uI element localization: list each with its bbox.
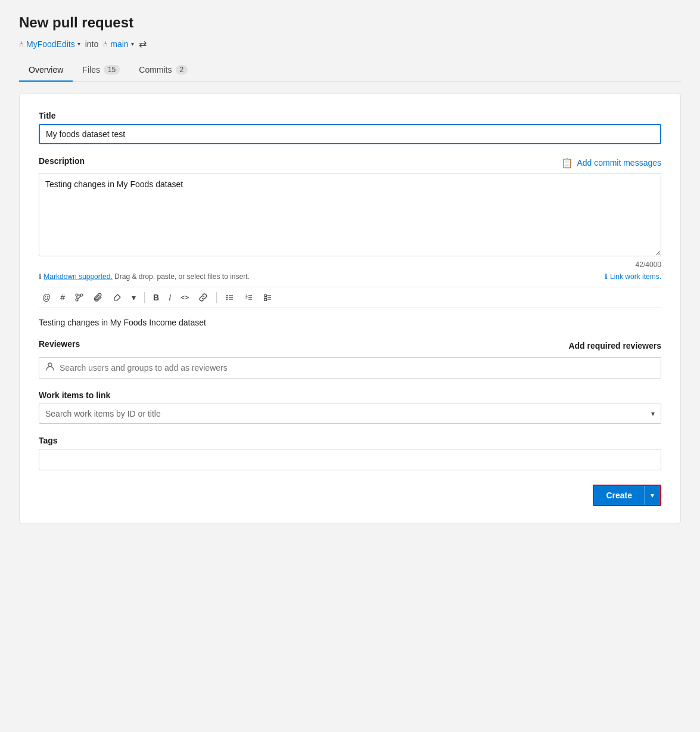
info-icon-link: ℹ [605, 272, 608, 281]
source-branch-selector[interactable]: ⑃ MyFoodEdits ▾ [19, 39, 80, 49]
toolbar-attachment-button[interactable] [90, 291, 107, 304]
svg-line-5 [78, 296, 81, 299]
create-button-group: Create ▾ [593, 485, 661, 506]
reviewers-search-input[interactable] [60, 363, 655, 373]
tabs-bar: Overview Files 15 Commits 2 [19, 59, 681, 82]
toolbar-hashtag-button[interactable]: # [57, 291, 69, 304]
reviewers-label: Reviewers [39, 339, 80, 349]
tab-files-badge: 15 [104, 65, 120, 75]
tab-overview-label: Overview [29, 65, 63, 75]
char-count: 42/4000 [39, 260, 661, 269]
description-textarea[interactable]: Testing changes in My Foods dataset [39, 173, 661, 256]
title-label: Title [39, 111, 661, 120]
toolbar-highlight-chevron-button[interactable]: ▾ [128, 291, 139, 304]
description-row: Description 📋 Add commit messages [39, 156, 661, 169]
markdown-supported-link[interactable]: Markdown supported. [43, 272, 112, 281]
title-input[interactable] [39, 124, 661, 144]
preview-text: Testing changes in My Foods Income datas… [39, 315, 661, 327]
reviewers-header: Reviewers Add required reviewers [39, 339, 661, 352]
svg-point-7 [226, 297, 228, 298]
add-required-reviewers-button[interactable]: Add required reviewers [568, 341, 661, 351]
toolbar-mention-button[interactable]: @ [39, 291, 54, 304]
branch-row: ⑃ MyFoodEdits ▾ into ⑃ main ▾ ⇄ [19, 38, 681, 49]
reviewers-search-wrap [39, 357, 661, 379]
create-button-chevron[interactable]: ▾ [644, 486, 660, 505]
toolbar-bold-button[interactable]: B [150, 291, 163, 304]
tab-commits[interactable]: Commits 2 [129, 59, 197, 82]
markdown-hint: ℹ Markdown supported. Drag & drop, paste… [39, 272, 250, 281]
add-commit-messages-label: Add commit messages [577, 158, 661, 168]
work-items-label: Work items to link [39, 390, 661, 400]
branch-icon: ⑃ [19, 39, 24, 49]
tags-input[interactable] [39, 449, 661, 470]
tags-label: Tags [39, 436, 661, 445]
tab-commits-badge: 2 [176, 65, 188, 75]
source-branch-name: MyFoodEdits [26, 39, 75, 49]
description-label: Description [39, 156, 85, 166]
desc-meta-row: ℹ Markdown supported. Drag & drop, paste… [39, 272, 661, 281]
work-items-chevron-icon: ▾ [651, 410, 655, 418]
toolbar-bullet-list-button[interactable] [222, 291, 238, 304]
toolbar-divider-1 [144, 292, 145, 303]
target-branch-selector[interactable]: ⑃ main ▾ [103, 39, 133, 49]
toolbar-code-button[interactable]: <> [177, 291, 192, 303]
info-icon: ℹ [39, 272, 42, 281]
toolbar-italic-button[interactable]: I [165, 291, 175, 304]
svg-text:2.: 2. [245, 296, 248, 300]
target-branch-name: main [110, 39, 128, 49]
svg-point-22 [48, 363, 52, 367]
description-toolbar: @ # ▾ B I <> [39, 287, 661, 308]
page-title: New pull request [19, 14, 681, 31]
svg-point-0 [76, 294, 78, 296]
svg-point-6 [226, 295, 228, 296]
work-items-dropdown[interactable]: Search work items by ID or title ▾ [39, 404, 661, 424]
link-work-items-inline-button[interactable]: ℹ Link work items. [605, 272, 661, 281]
toolbar-highlight-button[interactable] [109, 291, 126, 304]
source-branch-chevron-icon: ▾ [77, 41, 80, 47]
tab-commits-label: Commits [139, 65, 172, 75]
toolbar-link-pr-button[interactable] [71, 291, 88, 304]
clipboard-icon: 📋 [561, 157, 573, 169]
target-branch-icon: ⑃ [103, 39, 108, 49]
main-card: Title Description 📋 Add commit messages … [19, 94, 681, 523]
add-commit-messages-button[interactable]: 📋 Add commit messages [561, 157, 661, 169]
create-button[interactable]: Create [594, 486, 644, 505]
drag-hint-text: Drag & drop, paste, or select files to i… [114, 272, 250, 281]
svg-rect-18 [265, 299, 267, 301]
svg-point-2 [76, 299, 78, 301]
svg-point-8 [226, 299, 228, 300]
target-branch-chevron-icon: ▾ [131, 41, 134, 47]
toolbar-numbered-list-button[interactable]: 1. 2. [241, 291, 257, 304]
toolbar-hyperlink-button[interactable] [195, 291, 211, 304]
create-row: Create ▾ [39, 485, 661, 506]
into-label: into [85, 39, 99, 49]
tab-overview[interactable]: Overview [19, 59, 73, 82]
person-icon [45, 362, 55, 374]
tab-files[interactable]: Files 15 [73, 59, 129, 82]
swap-branches-icon[interactable]: ⇄ [139, 38, 147, 49]
link-work-items-label: Link work items. [610, 272, 661, 281]
tab-files-label: Files [82, 65, 100, 75]
toolbar-divider-2 [216, 292, 217, 303]
work-items-placeholder: Search work items by ID or title [45, 409, 161, 418]
svg-point-1 [80, 294, 83, 296]
toolbar-task-list-button[interactable] [260, 291, 276, 304]
